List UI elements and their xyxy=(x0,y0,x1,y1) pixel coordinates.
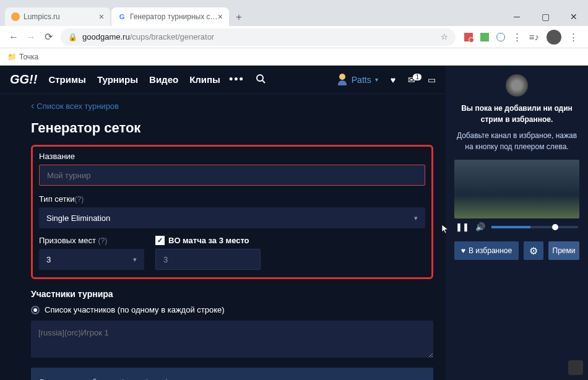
raccoon-icon xyxy=(506,74,528,97)
new-tab-button[interactable]: + xyxy=(230,9,248,26)
card-icon[interactable]: ▭ xyxy=(428,75,436,85)
page-title: Генератор сеток xyxy=(31,120,433,136)
extension-icon[interactable] xyxy=(496,33,505,41)
bracket-type-select[interactable]: Single Elimination xyxy=(39,207,425,228)
profile-avatar[interactable] xyxy=(547,30,561,45)
add-favorite-button[interactable]: ♥ В избранное xyxy=(454,241,519,260)
svg-point-2 xyxy=(339,74,345,80)
type-label: Тип сетки(?) xyxy=(39,194,425,204)
user-icon xyxy=(337,73,348,87)
forward-button[interactable]: → xyxy=(22,28,40,46)
more-icon[interactable]: ••• xyxy=(229,73,244,86)
tab-favicon: G xyxy=(118,12,126,21)
name-label: Название xyxy=(39,152,425,161)
tab-title: Генератор турнирных сеток — xyxy=(130,12,218,21)
participants-list-radio[interactable]: Список участников (по одному в каждой ст… xyxy=(31,305,433,314)
username: Patts xyxy=(352,75,371,85)
reload-button[interactable]: ⟳ xyxy=(40,28,57,46)
nav-streams[interactable]: Стримы xyxy=(48,74,85,85)
close-icon[interactable]: × xyxy=(218,12,223,22)
favorites-icon[interactable]: ♥ xyxy=(391,75,396,85)
kebab-icon[interactable]: ⋮ xyxy=(569,32,578,43)
mail-count: 1 xyxy=(413,74,422,80)
settings-button[interactable]: ⚙ xyxy=(524,241,543,260)
checkbox-icon: ✓ xyxy=(155,236,165,245)
close-icon[interactable]: × xyxy=(99,12,104,22)
back-button[interactable]: ← xyxy=(5,28,22,46)
highlighted-form-section: Название Тип сетки(?) Single Elimination… xyxy=(31,145,433,279)
site-logo[interactable]: GG!! xyxy=(10,72,37,87)
folder-icon: 📁 xyxy=(7,53,17,61)
browser-tab[interactable]: G Генератор турнирных сеток — × xyxy=(111,7,229,26)
maximize-button[interactable]: ▢ xyxy=(531,12,560,22)
tab-favicon xyxy=(11,12,20,21)
sidebar-message-1: Вы пока не добавили ни один стрим в избр… xyxy=(454,103,579,125)
tournament-name-input[interactable] xyxy=(39,165,425,186)
volume-icon[interactable]: 🔊 xyxy=(475,222,485,231)
participants-textarea[interactable] xyxy=(31,321,433,358)
extension-icon[interactable] xyxy=(464,33,473,41)
nav-clips[interactable]: Клипы xyxy=(189,74,220,85)
bookmark-item[interactable]: Точка xyxy=(19,53,38,61)
notification-badge[interactable] xyxy=(568,360,583,375)
tab-title: Lumpics.ru xyxy=(24,12,60,21)
back-link[interactable]: Список всех турниров xyxy=(31,100,119,111)
premium-button[interactable]: Преми xyxy=(548,241,579,260)
search-icon[interactable] xyxy=(256,74,266,86)
pause-icon[interactable]: ❚❚ xyxy=(456,222,469,231)
lock-icon: 🔒 xyxy=(68,33,77,41)
prize-places-select[interactable]: 3 xyxy=(39,249,144,270)
nav-tournaments[interactable]: Турниры xyxy=(97,74,138,85)
address-bar[interactable]: 🔒 goodgame.ru/cups/bracket/generator ☆ xyxy=(61,28,456,46)
browser-tab[interactable]: Lumpics.ru × xyxy=(5,7,110,26)
menu-icon[interactable]: ⋮ xyxy=(512,32,522,43)
radio-icon xyxy=(31,306,40,314)
svg-line-1 xyxy=(262,80,265,83)
nav-video[interactable]: Видео xyxy=(149,74,178,85)
mail-icon[interactable]: ✉1 xyxy=(408,75,415,85)
url-path: /cups/bracket/generator xyxy=(130,32,215,41)
svg-point-0 xyxy=(257,75,263,81)
video-preview[interactable] xyxy=(454,160,579,218)
user-menu[interactable]: Patts ▾ xyxy=(337,73,378,87)
bo-third-place-checkbox[interactable]: ✓ BO матча за 3 место xyxy=(155,236,261,245)
star-icon[interactable]: ☆ xyxy=(441,32,448,41)
playlist-icon[interactable]: ≡♪ xyxy=(529,32,539,42)
close-window-button[interactable]: ✕ xyxy=(560,12,588,22)
participants-heading: Участники турнира xyxy=(31,289,433,299)
mouse-cursor xyxy=(441,224,450,235)
bo-value-input[interactable] xyxy=(155,249,261,270)
minimize-button[interactable]: ─ xyxy=(503,12,531,22)
url-host: goodgame.ru xyxy=(82,32,130,41)
video-progress[interactable] xyxy=(491,226,578,228)
prize-label: Призовых мест (?) xyxy=(39,236,144,245)
hint-box: Вы можете добавить флаг и/или франкцию к… xyxy=(31,368,433,380)
extension-icon[interactable] xyxy=(480,33,489,41)
sidebar-message-2: Добавьте канал в избраное, нажав на кноп… xyxy=(454,130,579,152)
